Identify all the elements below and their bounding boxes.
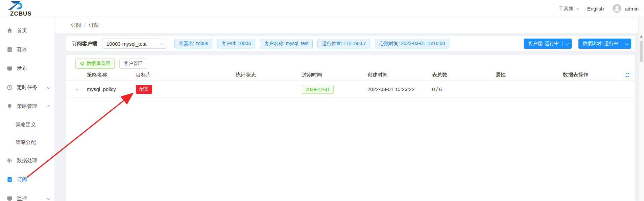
cell-target-db: 配置 [134, 85, 234, 94]
sidebar-item-label: 容器 [17, 46, 27, 53]
logo-wordmark: ZCBUS [10, 10, 32, 17]
sidebar-item-label: 发布 [17, 65, 27, 72]
column-expire-time: 过期时间 [300, 72, 365, 78]
breadcrumb-item[interactable]: 订阅 [71, 22, 81, 28]
top-header: ZCBUS 工具集 English admin [0, 0, 644, 17]
scrollbar-up-arrow-icon[interactable] [640, 35, 643, 38]
username: admin [625, 6, 639, 12]
sidebar-item-data-processing[interactable]: 数据处理 [0, 151, 54, 170]
data-compare-status-label: 数据比对: 运行中 [578, 41, 622, 47]
publish-icon [7, 66, 13, 71]
column-table-total: 表总数 [430, 72, 494, 78]
toolset-menu[interactable]: 工具集 [558, 5, 578, 12]
sidebar-item-policy-assignment[interactable]: 策略分配 [0, 133, 54, 151]
cell-expire-time: 2029-12-31 [300, 85, 365, 94]
breadcrumb: 订阅 / 订阅 [55, 17, 644, 33]
client-select-label: 订阅客户端 [72, 41, 97, 47]
zcbus-logo-icon [5, 0, 26, 10]
sidebar-item-policy-management[interactable]: 策略管理 [0, 97, 54, 116]
container-icon [7, 47, 13, 52]
sidebar-item-label: 订阅 [17, 176, 27, 183]
client-id-tag: 客户Id: 10003 [217, 39, 255, 48]
client-name-tag: 客户名称: mysql_test [260, 39, 313, 48]
vertical-scrollbar[interactable] [638, 17, 644, 201]
sidebar-item-label: 策略管理 [17, 103, 37, 110]
chevron-down-icon [566, 42, 569, 45]
status-buttons: 客户端: 运行中 数据比对: 运行中 [524, 39, 631, 49]
sidebar-item-subscribe[interactable]: 订阅 [0, 170, 54, 189]
sidebar-item-policy-definition[interactable]: 策略定义 [0, 116, 54, 133]
container-name-tag: 容器名: zcbus [174, 39, 212, 48]
header-right: 工具集 English admin [558, 0, 639, 17]
client-manage-label: 客户管理 [124, 61, 143, 67]
toolset-label: 工具集 [558, 5, 574, 12]
scrollbar-thumb[interactable] [640, 41, 643, 62]
cell-policy-name: mysql_policy [85, 86, 134, 92]
language-switcher[interactable]: English [587, 6, 604, 12]
table-row: mysql_policy 配置 2029-12-31 2022-03-01 15… [66, 81, 635, 98]
main-content: 订阅 / 订阅 订阅客户端 10003-mysql_test 容器名: zcbu… [55, 17, 644, 201]
data-compare-status-button[interactable]: 数据比对: 运行中 [578, 39, 631, 49]
expire-date-badge: 2029-12-31 [302, 85, 334, 94]
sliders-icon [7, 158, 13, 163]
sidebar-item-label: 监控 [17, 195, 27, 201]
row-expand-toggle[interactable] [66, 88, 85, 90]
database-manage-label: 数据库管理 [87, 61, 110, 67]
monitor-icon [7, 196, 13, 201]
client-info-tags: 容器名: zcbus 客户Id: 10003 客户名称: mysql_test … [174, 39, 449, 48]
home-icon [7, 28, 13, 34]
breadcrumb-separator: / [84, 22, 86, 28]
run-location-tag: 运行位置: 172.19.0.7 [317, 39, 370, 48]
client-status-caret[interactable] [563, 39, 572, 49]
sidebar-item-label: 定时任务 [17, 84, 37, 91]
chevron-down-icon [576, 6, 579, 10]
subscription-filter-card: 订阅客户端 10003-mysql_test 容器名: zcbus 客户Id: … [66, 36, 636, 51]
refresh-cell [622, 72, 636, 78]
refresh-icon[interactable] [624, 72, 630, 78]
zcbus-logo[interactable]: ZCBUS [5, 0, 36, 17]
chevron-down-icon [75, 87, 78, 91]
avatar-icon [613, 4, 621, 13]
configure-button[interactable]: 配置 [136, 85, 152, 94]
sidebar-item-publish[interactable]: 发布 [0, 59, 54, 78]
column-policy-name: 策略名称 [85, 72, 134, 78]
chevron-down-icon [47, 85, 50, 89]
table-toolbar: 数据库管理 客户管理 [66, 59, 635, 69]
client-status-button[interactable]: 客户端: 运行中 [524, 39, 572, 49]
column-created-time: 创建时间 [365, 72, 430, 78]
sidebar-item-label: 首页 [17, 27, 27, 34]
sidebar-item-label: 数据处理 [17, 157, 37, 164]
zcbus-app: ZCBUS 工具集 English admin 首页 [0, 0, 644, 201]
database-manage-button[interactable]: 数据库管理 [75, 59, 115, 69]
sidebar-item-scheduled-tasks[interactable]: 定时任务 [0, 78, 54, 97]
clock-icon [7, 85, 13, 90]
policy-icon [7, 104, 13, 109]
sidebar-item-containers[interactable]: 容器 [0, 40, 54, 59]
gear-icon [80, 61, 85, 66]
table-header-row: 策略名称 目标库 统计状态 过期时间 创建时间 表总数 属性 数据表操作 [66, 69, 635, 81]
heartbeat-time-tag: 心跳时间: 2022-03-01 15:16:08 [375, 39, 449, 48]
sidebar-item-label: 策略定义 [16, 121, 36, 128]
client-status-label: 客户端: 运行中 [524, 41, 562, 47]
sidebar-item-monitoring[interactable]: 监控 [0, 189, 54, 201]
chevron-down-icon [47, 196, 50, 200]
breadcrumb-item-current: 订阅 [89, 22, 99, 28]
user-menu[interactable]: admin [613, 4, 639, 13]
client-select[interactable]: 10003-mysql_test [102, 39, 167, 49]
cell-table-total: 0 / 6 [430, 86, 494, 92]
chevron-down-icon [625, 42, 628, 45]
cell-created-time: 2022-03-01 15:23:22 [365, 86, 430, 92]
sidebar-item-label: 策略分配 [16, 139, 36, 146]
column-target-db: 目标库 [134, 72, 234, 78]
column-stats-status: 统计状态 [234, 72, 300, 78]
client-select-value: 10003-mysql_test [106, 41, 161, 47]
chevron-up-icon [47, 105, 50, 108]
chevron-down-icon [161, 42, 164, 45]
column-table-operations: 数据表操作 [561, 72, 622, 78]
sidebar-nav: 首页 容器 发布 定时任务 策略管理 [0, 17, 55, 201]
data-compare-caret[interactable] [622, 39, 631, 49]
sidebar-item-home[interactable]: 首页 [0, 21, 54, 40]
subscribe-icon [7, 177, 13, 182]
client-manage-button[interactable]: 客户管理 [119, 59, 147, 69]
policy-table-card: 数据库管理 客户管理 策略名称 目标库 统计状态 过期时间 创建时间 表总数 属… [66, 55, 636, 201]
